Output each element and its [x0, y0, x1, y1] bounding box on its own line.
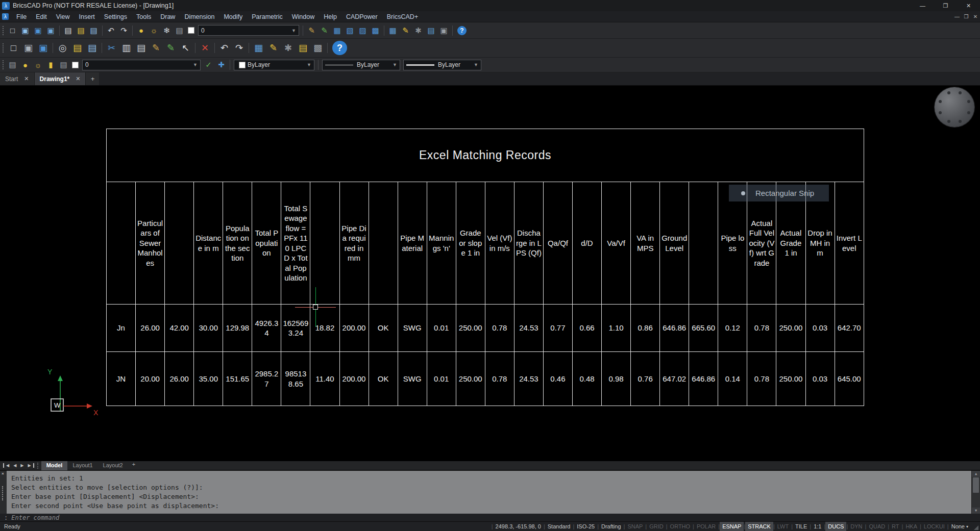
- gear-icon[interactable]: ✱: [281, 41, 296, 55]
- edit-pen-icon[interactable]: ✎: [266, 41, 281, 55]
- layer-combo[interactable]: 0▼: [82, 60, 201, 70]
- toolbar-grip[interactable]: [3, 43, 4, 53]
- first-layout-button[interactable]: ◀: [3, 463, 11, 468]
- status-toggle-lwt[interactable]: LWT: [775, 522, 791, 531]
- publish-icon[interactable]: ▤: [87, 24, 100, 37]
- layer-on-icon[interactable]: ●: [19, 59, 32, 71]
- layer-plot-icon[interactable]: ▤: [57, 59, 70, 71]
- status-toggle-tile[interactable]: TILE: [793, 522, 810, 531]
- drawing-explorer-icon[interactable]: ▦: [386, 24, 399, 37]
- image-export-icon[interactable]: ▩: [310, 41, 325, 55]
- new-tab-button[interactable]: +: [86, 72, 99, 85]
- menu-view[interactable]: View: [52, 11, 75, 22]
- undo-icon[interactable]: ↶: [105, 24, 117, 37]
- match-properties-icon[interactable]: ✎: [305, 24, 318, 37]
- print-settings-icon[interactable]: ▤: [75, 24, 87, 37]
- edit-properties-icon[interactable]: ✎: [318, 24, 331, 37]
- color-chip[interactable]: [72, 62, 79, 68]
- minimize-button[interactable]: —: [911, 0, 934, 11]
- layer-plot-icon[interactable]: ▤: [173, 24, 186, 37]
- menu-draw[interactable]: Draw: [156, 11, 180, 22]
- new-layer-icon[interactable]: ✚: [215, 59, 228, 71]
- render-icon[interactable]: ▣: [437, 24, 450, 37]
- select-previous-icon[interactable]: ▨: [356, 24, 369, 37]
- status-toggle-ducs[interactable]: DUCS: [825, 522, 846, 531]
- status-toggle-11[interactable]: 1:1: [811, 522, 824, 531]
- console-close-icon[interactable]: ✕: [2, 471, 4, 476]
- tab-drawing1[interactable]: Drawing1*✕: [35, 72, 86, 85]
- select-crossing-icon[interactable]: ▧: [344, 24, 356, 37]
- restore-button[interactable]: ❐: [934, 0, 957, 11]
- status-toggle-dyn[interactable]: DYN: [848, 522, 865, 531]
- open-file-icon[interactable]: ▣: [19, 24, 32, 37]
- command-input-line[interactable]: : Enter command: [0, 514, 980, 521]
- export-icon[interactable]: ▤: [85, 41, 100, 55]
- status-toggle-ortho[interactable]: ORTHO: [668, 522, 693, 531]
- close-button[interactable]: ✕: [957, 0, 980, 11]
- layer-thaw-icon[interactable]: ☼: [148, 24, 160, 37]
- table-icon[interactable]: ▦: [251, 41, 266, 55]
- layer-combo[interactable]: 0▼: [198, 25, 299, 36]
- layer-thaw-icon[interactable]: ☼: [32, 59, 44, 71]
- cut-icon[interactable]: ✂: [104, 41, 119, 55]
- status-toggle-quad[interactable]: QUAD: [866, 522, 888, 531]
- layout-tab-layout2[interactable]: Layout2: [98, 461, 128, 470]
- layers-manager-icon[interactable]: ▤: [6, 59, 19, 71]
- status-toggle-standard[interactable]: Standard: [545, 522, 573, 531]
- delete-icon[interactable]: ✕: [198, 41, 212, 55]
- scrollbar-thumb[interactable]: [973, 477, 979, 493]
- navigation-ball[interactable]: [935, 87, 974, 127]
- sheet-set-icon[interactable]: ▤: [425, 24, 437, 37]
- mdi-close-button[interactable]: ✕: [971, 14, 980, 19]
- drawing-canvas[interactable]: Excel Matching RecordsParticulars of Sew…: [0, 86, 980, 461]
- layer-freeze-vp-icon[interactable]: ▮: [44, 59, 57, 71]
- menu-settings[interactable]: Settings: [100, 11, 132, 22]
- select-cursor-icon[interactable]: ↖: [178, 41, 193, 55]
- save-icon[interactable]: ▣: [32, 24, 44, 37]
- status-toggle-rt[interactable]: RT: [889, 522, 901, 531]
- status-toggle-strack[interactable]: STRACK: [745, 522, 773, 531]
- redo-icon[interactable]: ↷: [117, 24, 130, 37]
- previous-layout-button[interactable]: ◀: [11, 463, 18, 468]
- menu-edit[interactable]: Edit: [31, 11, 52, 22]
- menu-help[interactable]: Help: [319, 11, 341, 22]
- status-toggle-drafting[interactable]: Drafting: [599, 522, 624, 531]
- console-scrollbar[interactable]: ▲ ▼: [971, 471, 980, 514]
- edit-add-icon[interactable]: ✎: [163, 41, 178, 55]
- help-icon[interactable]: ?: [457, 26, 467, 35]
- menu-bricscad-[interactable]: BricsCAD+: [382, 11, 423, 22]
- menu-tools[interactable]: Tools: [132, 11, 156, 22]
- save-drawing-icon[interactable]: ▣: [36, 41, 51, 55]
- menu-dimension[interactable]: Dimension: [180, 11, 219, 22]
- new-drawing-icon[interactable]: □: [6, 41, 21, 55]
- save-as-icon[interactable]: ▣: [44, 24, 57, 37]
- menu-modify[interactable]: Modify: [219, 11, 247, 22]
- undo-icon[interactable]: ↶: [217, 41, 232, 55]
- tab-start[interactable]: Start✕: [0, 72, 35, 85]
- select-all-icon[interactable]: ▩: [369, 24, 382, 37]
- menu-insert[interactable]: Insert: [75, 11, 100, 22]
- status-toggle-snap[interactable]: SNAP: [625, 522, 645, 531]
- mdi-minimize-button[interactable]: —: [952, 14, 962, 19]
- select-window-icon[interactable]: ▦: [331, 24, 344, 37]
- new-file-icon[interactable]: □: [6, 24, 19, 37]
- color-combo[interactable]: ByLayer▼: [234, 60, 314, 70]
- help-icon[interactable]: ?: [332, 41, 347, 55]
- status-toggle-lockui[interactable]: LOCKUI: [921, 522, 947, 531]
- copy-icon[interactable]: ▥: [119, 41, 134, 55]
- settings-icon[interactable]: ✱: [412, 24, 425, 37]
- console-grip[interactable]: [2, 486, 3, 500]
- open-drawing-icon[interactable]: ▣: [21, 41, 36, 55]
- status-toggle-grid[interactable]: GRID: [647, 522, 666, 531]
- scroll-down-icon[interactable]: ▼: [972, 508, 980, 514]
- close-icon[interactable]: ✕: [24, 75, 29, 82]
- status-toggle-esnap[interactable]: ESNAP: [720, 522, 744, 531]
- scroll-up-icon[interactable]: ▲: [972, 471, 980, 477]
- close-icon[interactable]: ✕: [76, 75, 80, 82]
- layout-tab-layout1[interactable]: Layout1: [67, 461, 97, 470]
- mdi-restore-button[interactable]: ❐: [962, 14, 971, 19]
- layout-tab-model[interactable]: Model: [41, 461, 68, 470]
- form-edit-icon[interactable]: ▤: [296, 41, 310, 55]
- new-layout-button[interactable]: +: [128, 461, 139, 470]
- resize-grip-icon[interactable]: [974, 525, 978, 530]
